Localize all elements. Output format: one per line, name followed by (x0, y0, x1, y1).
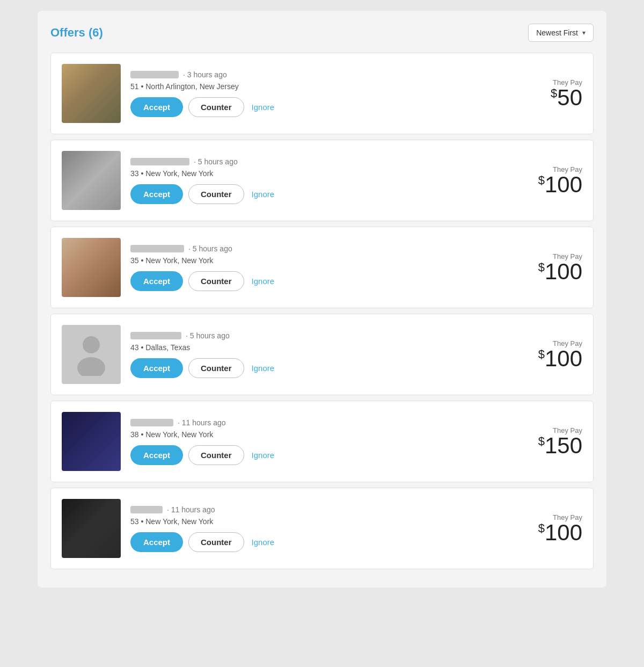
offers-container: Offers (6) Newest First ▾ · 3 hours ago5… (38, 11, 606, 588)
chevron-down-icon: ▾ (582, 29, 586, 37)
username-blur (130, 158, 189, 165)
counter-button[interactable]: Counter (188, 532, 244, 552)
offer-meta: 51 • North Arlington, New Jersey (130, 82, 508, 91)
offer-actions: AcceptCounterIgnore (130, 184, 508, 204)
offer-price: They Pay$50 (518, 78, 582, 109)
offer-time: · 5 hours ago (188, 244, 232, 253)
offer-info: · 5 hours ago43 • Dallas, TexasAcceptCou… (130, 331, 508, 378)
offer-actions: AcceptCounterIgnore (130, 358, 508, 378)
avatar (62, 499, 121, 558)
offer-user-line: · 11 hours ago (130, 418, 508, 427)
avatar (62, 325, 121, 384)
offer-time: · 11 hours ago (178, 418, 226, 427)
dollar-sign: $ (538, 434, 545, 448)
username-blur (130, 71, 179, 78)
offer-row: · 11 hours ago53 • New York, New YorkAcc… (50, 488, 594, 569)
offer-meta: 38 • New York, New York (130, 430, 508, 439)
username-blur (130, 332, 181, 339)
accept-button[interactable]: Accept (130, 271, 183, 291)
price-value: $100 (518, 521, 582, 544)
offer-user-line: · 3 hours ago (130, 70, 508, 79)
dollar-sign: $ (551, 86, 557, 100)
ignore-button[interactable]: Ignore (250, 272, 277, 291)
offer-meta: 43 • Dallas, Texas (130, 343, 508, 352)
offer-actions: AcceptCounterIgnore (130, 445, 508, 465)
accept-button[interactable]: Accept (130, 532, 183, 552)
offer-row: · 11 hours ago38 • New York, New YorkAcc… (50, 401, 594, 482)
price-value: $100 (518, 260, 582, 283)
ignore-button[interactable]: Ignore (250, 359, 277, 378)
offer-info: · 5 hours ago35 • New York, New YorkAcce… (130, 244, 508, 291)
username-blur (130, 506, 163, 513)
svg-point-0 (83, 336, 100, 353)
accept-button[interactable]: Accept (130, 358, 183, 378)
offer-user-line: · 11 hours ago (130, 505, 508, 514)
offer-row: · 3 hours ago51 • North Arlington, New J… (50, 53, 594, 134)
ignore-button[interactable]: Ignore (250, 446, 277, 465)
dollar-sign: $ (538, 173, 545, 187)
price-value: $50 (518, 86, 582, 109)
sort-label: Newest First (536, 28, 578, 37)
offer-info: · 11 hours ago53 • New York, New YorkAcc… (130, 505, 508, 552)
accept-button[interactable]: Accept (130, 445, 183, 465)
offer-info: · 5 hours ago33 • New York, New YorkAcce… (130, 157, 508, 204)
ignore-button[interactable]: Ignore (250, 533, 277, 552)
dollar-sign: $ (538, 347, 545, 361)
svg-point-1 (77, 357, 105, 376)
silhouette-icon (75, 333, 107, 376)
counter-button[interactable]: Counter (188, 271, 244, 291)
offer-row: · 5 hours ago43 • Dallas, TexasAcceptCou… (50, 314, 594, 395)
offer-row: · 5 hours ago35 • New York, New YorkAcce… (50, 227, 594, 308)
offer-user-line: · 5 hours ago (130, 331, 508, 340)
sort-dropdown[interactable]: Newest First ▾ (528, 24, 594, 42)
offer-actions: AcceptCounterIgnore (130, 97, 508, 117)
counter-button[interactable]: Counter (188, 445, 244, 465)
offer-time: · 11 hours ago (167, 505, 215, 514)
offer-time: · 3 hours ago (183, 70, 227, 79)
username-blur (130, 419, 173, 426)
offer-time: · 5 hours ago (194, 157, 238, 166)
avatar (62, 151, 121, 210)
avatar (62, 412, 121, 471)
offer-info: · 3 hours ago51 • North Arlington, New J… (130, 70, 508, 117)
offer-meta: 35 • New York, New York (130, 256, 508, 265)
counter-button[interactable]: Counter (188, 184, 244, 204)
price-value: $150 (518, 434, 582, 457)
ignore-button[interactable]: Ignore (250, 185, 277, 204)
offer-user-line: · 5 hours ago (130, 157, 508, 166)
offer-price: They Pay$100 (518, 339, 582, 370)
offer-price: They Pay$150 (518, 426, 582, 457)
offer-price: They Pay$100 (518, 252, 582, 283)
offer-row: · 5 hours ago33 • New York, New YorkAcce… (50, 140, 594, 221)
header: Offers (6) Newest First ▾ (50, 24, 594, 42)
avatar (62, 238, 121, 297)
accept-button[interactable]: Accept (130, 97, 183, 117)
offer-price: They Pay$100 (518, 165, 582, 196)
offer-time: · 5 hours ago (186, 331, 230, 340)
offer-actions: AcceptCounterIgnore (130, 532, 508, 552)
offer-price: They Pay$100 (518, 513, 582, 544)
dollar-sign: $ (538, 260, 545, 274)
dollar-sign: $ (538, 521, 545, 535)
offer-meta: 33 • New York, New York (130, 169, 508, 178)
accept-button[interactable]: Accept (130, 184, 183, 204)
avatar (62, 64, 121, 123)
page-title: Offers (6) (50, 26, 103, 40)
price-value: $100 (518, 173, 582, 196)
offer-list: · 3 hours ago51 • North Arlington, New J… (50, 53, 594, 575)
counter-button[interactable]: Counter (188, 97, 244, 117)
username-blur (130, 245, 184, 252)
price-value: $100 (518, 347, 582, 370)
offer-user-line: · 5 hours ago (130, 244, 508, 253)
ignore-button[interactable]: Ignore (250, 98, 277, 117)
offer-info: · 11 hours ago38 • New York, New YorkAcc… (130, 418, 508, 465)
offer-actions: AcceptCounterIgnore (130, 271, 508, 291)
offer-meta: 53 • New York, New York (130, 517, 508, 526)
counter-button[interactable]: Counter (188, 358, 244, 378)
